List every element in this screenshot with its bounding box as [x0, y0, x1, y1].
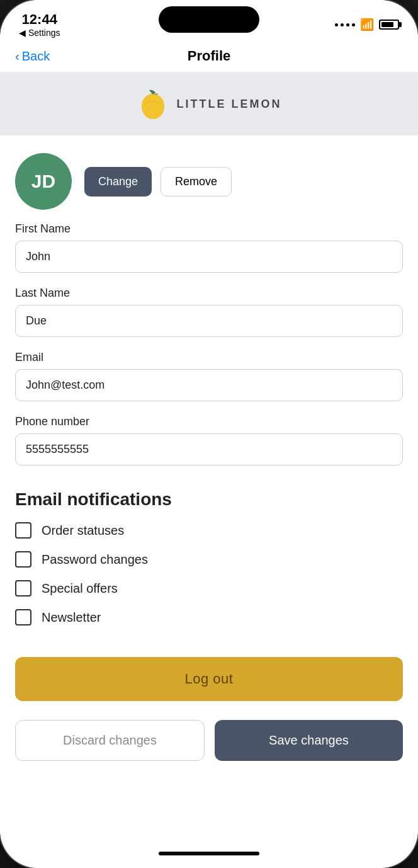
order-statuses-checkbox[interactable]	[15, 522, 31, 539]
email-input[interactable]	[15, 369, 403, 401]
dynamic-island	[159, 6, 259, 33]
first-name-group: First Name	[15, 222, 403, 273]
status-time: 12:44	[22, 11, 57, 28]
form-section: First Name Last Name Email Phone number	[0, 222, 418, 465]
wifi-icon: 📶	[360, 18, 374, 31]
discard-changes-button[interactable]: Discard changes	[15, 720, 205, 761]
notifications-title: Email notifications	[15, 489, 403, 510]
svg-point-2	[142, 94, 164, 119]
newsletter-checkbox[interactable]	[15, 609, 31, 625]
save-changes-button[interactable]: Save changes	[215, 720, 403, 761]
order-statuses-label: Order statuses	[42, 523, 124, 538]
last-name-input[interactable]	[15, 305, 403, 337]
avatar-initials: JD	[31, 171, 55, 192]
avatar-buttons: Change Remove	[84, 167, 232, 197]
remove-avatar-button[interactable]: Remove	[161, 167, 232, 197]
back-label: Back	[22, 49, 50, 64]
special-offers-label: Special offers	[42, 581, 118, 596]
avatar-section: JD Change Remove	[0, 135, 418, 222]
notification-password-changes: Password changes	[15, 551, 403, 568]
home-bar	[159, 852, 259, 855]
avatar: JD	[15, 153, 72, 210]
status-settings: ◀ Settings	[19, 28, 60, 38]
notification-order-statuses: Order statuses	[15, 522, 403, 539]
chevron-left-icon: ‹	[15, 49, 20, 64]
bottom-actions: Discard changes Save changes	[0, 714, 418, 776]
first-name-label: First Name	[15, 222, 403, 236]
phone-input[interactable]	[15, 433, 403, 465]
nav-bar: ‹ Back Profile	[0, 43, 418, 72]
first-name-input[interactable]	[15, 241, 403, 273]
newsletter-label: Newsletter	[42, 610, 101, 625]
change-avatar-button[interactable]: Change	[84, 167, 152, 197]
status-bar: 12:44 ◀ Settings 📶	[0, 0, 418, 43]
email-label: Email	[15, 351, 403, 364]
notification-newsletter: Newsletter	[15, 609, 403, 625]
notifications-section: Email notifications Order statuses Passw…	[0, 479, 418, 651]
signal-icon	[335, 23, 355, 26]
status-right: 📶	[335, 18, 399, 31]
lemon-logo-icon	[137, 88, 169, 120]
page-title: Profile	[188, 48, 230, 64]
password-changes-checkbox[interactable]	[15, 551, 31, 568]
password-changes-label: Password changes	[42, 552, 148, 567]
brand-name: LITTLE LEMON	[177, 98, 282, 111]
logo-section: LITTLE LEMON	[0, 72, 418, 135]
phone-group: Phone number	[15, 415, 403, 465]
last-name-label: Last Name	[15, 287, 403, 300]
battery-icon	[379, 20, 399, 30]
phone-label: Phone number	[15, 415, 403, 428]
notification-special-offers: Special offers	[15, 580, 403, 597]
main-content: LITTLE LEMON JD Change Remove First Name	[0, 72, 418, 844]
special-offers-checkbox[interactable]	[15, 580, 31, 597]
logout-button[interactable]: Log out	[15, 657, 403, 701]
home-indicator	[0, 844, 418, 868]
status-left: 12:44 ◀ Settings	[19, 11, 60, 38]
logout-section: Log out	[0, 651, 418, 714]
email-group: Email	[15, 351, 403, 401]
back-button[interactable]: ‹ Back	[15, 49, 50, 64]
last-name-group: Last Name	[15, 287, 403, 337]
